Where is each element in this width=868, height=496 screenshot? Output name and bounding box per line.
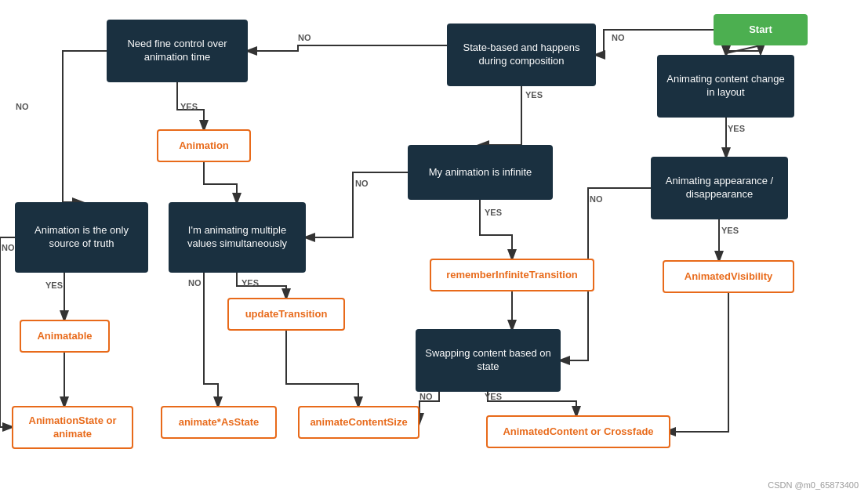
animating-appearance-node: Animating appearance / disappearance (651, 157, 788, 219)
animated-visibility-node: AnimatedVisibility (663, 260, 794, 293)
only-source-node: Animation is the only source of truth (15, 202, 148, 273)
label-source-no: NO (2, 243, 15, 252)
label-appear-no: NO (590, 194, 603, 204)
label-swap-no: NO (419, 392, 433, 401)
label-content-yes: YES (728, 124, 745, 133)
label-multi-yes: YES (242, 278, 259, 288)
multiple-values-node: I'm animating multiple values simultaneo… (169, 202, 306, 273)
label-infinite-yes: YES (485, 208, 502, 217)
animation-node: Animation (157, 129, 251, 162)
flowchart-diagram: NO YES NO YES NO YES YES NO YES NO YES N… (0, 0, 868, 496)
label-swap-yes: YES (485, 392, 502, 401)
animation-state-node: AnimationState or animate (12, 406, 133, 449)
animated-content-node: AnimatedContent or Crossfade (486, 415, 670, 448)
remember-infinite-node: rememberInfiniteTransition (430, 259, 594, 291)
label-fine-no: NO (16, 102, 29, 111)
label-source-yes: YES (45, 281, 63, 290)
label-appear-yes: YES (721, 226, 739, 235)
label-fine-yes: YES (180, 102, 198, 111)
start-node: Start (714, 14, 808, 45)
swapping-content-node: Swapping content based on state (416, 329, 561, 392)
animate-as-state-node: animate*AsState (161, 406, 277, 439)
label-state-no: NO (298, 33, 311, 42)
state-based-node: State-based and happens during compositi… (447, 24, 596, 86)
label-state-yes: YES (525, 90, 543, 100)
animating-content-node: Animating content change in layout (657, 55, 794, 118)
animatable-node: Animatable (20, 320, 110, 353)
infinite-node: My animation is infinite (408, 145, 553, 200)
watermark: CSDN @m0_65873400 (768, 480, 859, 490)
animate-content-size-node: animateContentSize (298, 406, 419, 439)
fine-control-node: Need fine control over animation time (107, 20, 248, 82)
label-infinite-no: NO (355, 179, 369, 188)
svg-line-1 (726, 45, 761, 53)
label-no-start-state: NO (612, 33, 625, 42)
update-transition-node: updateTransition (227, 298, 345, 331)
label-multi-no: NO (188, 278, 202, 288)
